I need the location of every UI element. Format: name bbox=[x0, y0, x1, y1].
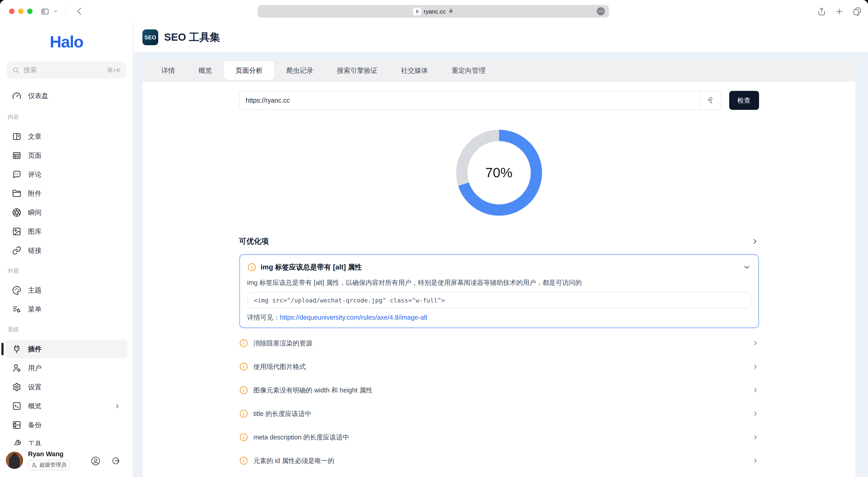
sidebar-item-tools[interactable]: 工具 bbox=[5, 435, 127, 445]
main-area: SEO SEO 工具集 详情 概览 页面分析 爬虫记录 搜索引擎验证 社交媒体 … bbox=[133, 23, 868, 477]
link-select-button[interactable] bbox=[699, 91, 720, 110]
tab-overview-button[interactable] bbox=[852, 7, 862, 16]
page-analysis-panel: 检查 70% 可优化项 bbox=[143, 82, 855, 477]
chevron-down-icon[interactable] bbox=[53, 8, 58, 14]
page-header: SEO SEO 工具集 bbox=[133, 23, 868, 52]
tab-search-engine-verification[interactable]: 搜索引擎验证 bbox=[325, 61, 389, 80]
optimize-item-row[interactable]: 消除阻塞渲染的资源 bbox=[239, 331, 759, 355]
warning-info-icon bbox=[239, 362, 248, 371]
chevron-right-icon bbox=[752, 434, 759, 441]
sidebar-section-content: 内容 bbox=[8, 113, 133, 122]
toolbar-divider bbox=[66, 7, 66, 16]
new-tab-button[interactable] bbox=[835, 7, 844, 16]
folder-icon bbox=[12, 189, 21, 198]
check-button[interactable]: 检查 bbox=[729, 91, 759, 110]
sidebar-item-label: 瞬间 bbox=[28, 208, 41, 217]
sidebar-section-appearance: 外观 bbox=[8, 266, 133, 275]
search-placeholder: 搜索 bbox=[24, 66, 107, 74]
tab-crawler-logs[interactable]: 爬虫记录 bbox=[274, 61, 325, 80]
role-badge: 超级管理员 bbox=[28, 460, 70, 470]
sidebar-item-label: 概览 bbox=[28, 402, 41, 410]
chevron-down-icon[interactable] bbox=[743, 263, 751, 271]
analyze-url-row: 检查 bbox=[239, 91, 759, 110]
page-title: SEO 工具集 bbox=[164, 30, 220, 44]
warning-info-icon bbox=[239, 339, 248, 348]
sidebar-toggle-icon[interactable] bbox=[41, 7, 49, 16]
user-footer-actions bbox=[91, 456, 120, 466]
sidebar-item-backup[interactable]: 备份 bbox=[5, 416, 127, 435]
sidebar-item-label: 页面 bbox=[28, 151, 41, 160]
profile-icon[interactable] bbox=[91, 456, 100, 466]
optimize-item-row[interactable]: title 的长度应该适中 bbox=[239, 402, 759, 425]
gear-icon bbox=[12, 383, 21, 392]
lock-icon bbox=[448, 7, 453, 16]
page-url-input[interactable] bbox=[239, 91, 699, 110]
close-window-button[interactable] bbox=[9, 8, 14, 14]
sidebar-item-themes[interactable]: 主题 bbox=[5, 281, 127, 300]
search-input[interactable]: 搜索 ⌘+K bbox=[7, 61, 126, 79]
link-icon bbox=[12, 246, 21, 255]
optimize-item-label: 消除阻塞渲染的资源 bbox=[253, 339, 312, 348]
sidebar-item-comments[interactable]: 评论 bbox=[5, 165, 127, 184]
content-area: 详情 概览 页面分析 爬虫记录 搜索引擎验证 社交媒体 重定向管理 bbox=[133, 52, 868, 477]
sidebar-item-overview[interactable]: 概览 bbox=[5, 396, 127, 416]
sidebar-item-attachments[interactable]: 附件 bbox=[5, 184, 127, 203]
sidebar-item-menus[interactable]: 菜单 bbox=[5, 300, 127, 319]
aperture-icon bbox=[12, 208, 21, 217]
plug-icon bbox=[12, 345, 21, 354]
sidebar: Halo 搜索 ⌘+K 仪表盘 内容 文章 页面 bbox=[0, 23, 133, 477]
zoom-window-button[interactable] bbox=[27, 8, 33, 14]
halo-logo[interactable]: Halo bbox=[50, 33, 83, 52]
user-settings-icon bbox=[12, 363, 21, 372]
sidebar-item-pages[interactable]: 页面 bbox=[5, 146, 127, 165]
sidebar-item-settings[interactable]: 设置 bbox=[5, 378, 127, 396]
sidebar-item-plugins[interactable]: 插件 bbox=[5, 339, 127, 359]
sidebar-item-links[interactable]: 链接 bbox=[5, 241, 127, 260]
detail-label: 详情可见： bbox=[247, 314, 280, 321]
tab-social-media[interactable]: 社交媒体 bbox=[389, 61, 440, 80]
optimize-item-header[interactable]: img 标签应该总是带有 [alt] 属性 bbox=[247, 260, 751, 275]
sidebar-item-moments[interactable]: 瞬间 bbox=[5, 203, 127, 222]
optimize-item-row[interactable]: 元素的 id 属性必须是唯一的 bbox=[239, 449, 759, 473]
tab-page-analysis[interactable]: 页面分析 bbox=[224, 61, 274, 80]
sidebar-item-dashboard[interactable]: 仪表盘 bbox=[5, 86, 127, 106]
active-indicator bbox=[1, 343, 4, 355]
avatar[interactable] bbox=[6, 452, 23, 469]
back-button[interactable] bbox=[75, 7, 84, 16]
optimize-item-row[interactable]: 图像元素没有明确的 width 和 height 属性 bbox=[239, 379, 759, 402]
sidebar-section-system: 系统 bbox=[8, 325, 133, 334]
browser-titlebar: R ryanc.cc bbox=[0, 0, 868, 23]
optimize-item-row[interactable]: 使用现代图片格式 bbox=[239, 355, 759, 379]
tab-redirect-management[interactable]: 重定向管理 bbox=[440, 61, 497, 80]
chevron-right-icon bbox=[114, 403, 121, 409]
tab-details[interactable]: 详情 bbox=[150, 61, 187, 80]
traffic-lights bbox=[9, 8, 33, 14]
optimize-item-description: img 标签应该总是带有 [alt] 属性，以确保内容对所有用户，特别是使用屏幕… bbox=[247, 278, 751, 288]
minimize-window-button[interactable] bbox=[18, 8, 24, 14]
optimize-item-label: title 的长度应该适中 bbox=[253, 409, 311, 418]
sidebar-item-label: 备份 bbox=[28, 421, 41, 429]
optimize-item-label: meta description 的长度应该适中 bbox=[253, 433, 349, 442]
logout-icon[interactable] bbox=[111, 456, 120, 466]
detail-link[interactable]: https://dequeuniversity.com/rules/axe/4.… bbox=[280, 314, 427, 321]
tab-overview[interactable]: 概览 bbox=[187, 61, 224, 80]
search-icon bbox=[12, 66, 20, 74]
optimize-item-label: 使用现代图片格式 bbox=[253, 362, 306, 371]
optimize-item-row[interactable]: meta description 的长度应该适中 bbox=[239, 425, 759, 449]
sidebar-item-users[interactable]: 用户 bbox=[5, 359, 127, 378]
posts-icon bbox=[12, 132, 21, 141]
optimize-item-label: 图像元素没有明确的 width 和 height 属性 bbox=[253, 386, 373, 394]
detail-line: 详情可见：https://dequeuniversity.com/rules/a… bbox=[247, 313, 751, 322]
chevron-right-icon bbox=[751, 237, 759, 245]
share-button[interactable] bbox=[817, 7, 826, 16]
sidebar-item-label: 文章 bbox=[28, 132, 41, 141]
sidebar-item-posts[interactable]: 文章 bbox=[5, 127, 127, 146]
sidebar-item-gallery[interactable]: 图库 bbox=[5, 222, 127, 241]
warning-info-icon bbox=[239, 386, 248, 395]
page-settings-button[interactable] bbox=[597, 7, 605, 16]
optimize-section-header[interactable]: 可优化项 bbox=[239, 236, 759, 246]
sidebar-item-label: 设置 bbox=[28, 383, 41, 391]
chevron-right-icon bbox=[752, 363, 759, 370]
address-bar[interactable]: R ryanc.cc bbox=[258, 5, 609, 18]
image-icon bbox=[12, 227, 21, 236]
